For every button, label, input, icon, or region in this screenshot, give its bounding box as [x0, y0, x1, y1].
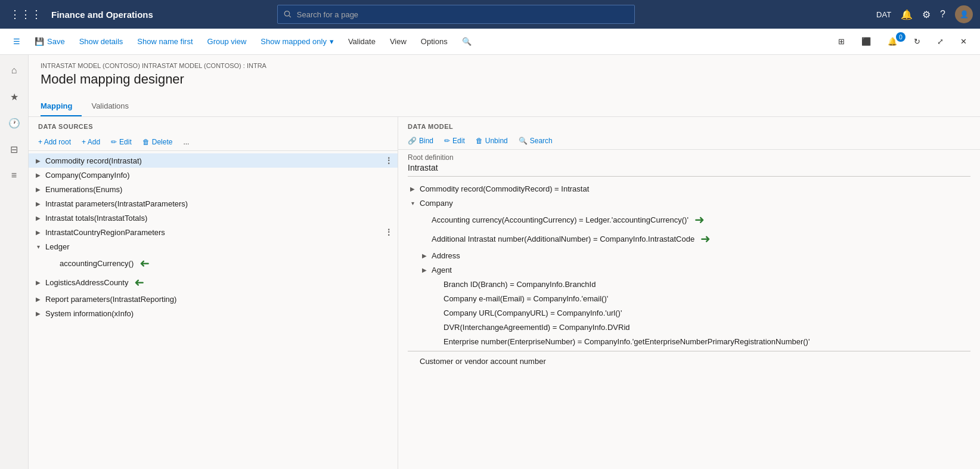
bind-button[interactable]: 🔗 Bind — [403, 135, 438, 147]
dm-item-accounting-currency[interactable]: Accounting currency(AccountingCurrency) … — [398, 210, 980, 229]
tree-item-commodity-record[interactable]: ▶ Commodity record(Intrastat) ⋮ — [29, 153, 398, 168]
tree-item-system-info[interactable]: ▶ System information(xInfo) — [29, 306, 398, 320]
sidebar-modules-icon[interactable]: ≡ — [4, 165, 25, 186]
edit-button[interactable]: ✏ Edit — [106, 136, 137, 148]
expand-icon[interactable]: ▶ — [33, 277, 43, 287]
dm-item-agent[interactable]: ▶ Agent — [398, 263, 980, 277]
dm-edit-button[interactable]: ✏ Edit — [439, 135, 470, 147]
delete-button[interactable]: 🗑 Delete — [138, 136, 178, 148]
expand-icon[interactable]: ▶ — [33, 170, 43, 180]
close-button[interactable]: ✕ — [954, 35, 973, 48]
root-definition-section: Root definition Intrastat — [398, 150, 980, 179]
refresh-button[interactable]: ↻ — [908, 35, 926, 48]
options-button[interactable]: Options — [415, 35, 454, 48]
popout-button[interactable]: ⤢ — [931, 35, 950, 48]
expand-icon — [432, 322, 441, 332]
expand-icon[interactable]: ▶ — [33, 308, 43, 318]
show-mapped-only-button[interactable]: Show mapped only ▾ — [255, 35, 340, 48]
app-title: Finance and Operations — [51, 10, 153, 20]
help-icon[interactable]: ? — [940, 9, 945, 20]
search-input[interactable] — [297, 10, 629, 19]
expand-icon — [432, 337, 441, 346]
root-definition-value: Intrastat — [408, 162, 970, 177]
expand-icon[interactable]: ▶ — [33, 227, 43, 237]
expand-icon[interactable]: ▶ — [420, 251, 429, 260]
dm-item-customer-vendor[interactable]: Customer or vendor account number — [398, 354, 980, 368]
waffle-menu-icon[interactable]: ⋮⋮⋮ — [7, 5, 44, 23]
tab-mapping[interactable]: Mapping — [41, 97, 82, 116]
dm-item-address[interactable]: ▶ Address — [398, 248, 980, 263]
dm-item-dvr[interactable]: DVR(InterchangeAgreementId) = CompanyInf… — [398, 320, 980, 334]
office-icon-button[interactable]: ⬛ — [855, 35, 877, 48]
view-button[interactable]: View — [384, 35, 413, 48]
datamodel-toolbar: 🔗 Bind ✏ Edit 🗑 Unbind 🔍 Search — [398, 132, 980, 150]
notification-wrapper: 🔔 0 — [882, 35, 903, 48]
arrow-indicator-right2: ➜ — [700, 232, 711, 246]
search-button[interactable]: 🔍 — [456, 35, 477, 48]
main-layout: ⌂ ★ 🕐 ⊟ ≡ INTRASTAT MODEL (CONTOSO) INTR… — [0, 55, 980, 469]
tree-item-ledger[interactable]: ▾ Ledger — [29, 239, 398, 254]
show-details-button[interactable]: Show details — [73, 35, 129, 48]
dm-item-additional-intrastat[interactable]: Additional Intrastat number(AdditionalNu… — [398, 229, 980, 248]
hamburger-icon: ☰ — [13, 37, 20, 46]
datasources-header: DATA SOURCES — [29, 117, 398, 134]
tree-item-intrastat-country[interactable]: ▶ IntrastatCountryRegionParameters ⋮ — [29, 225, 398, 239]
dm-item-branch[interactable]: Branch ID(Branch) = CompanyInfo.BranchId — [398, 277, 980, 291]
datamodel-header: DATA MODEL — [398, 117, 980, 132]
sidebar-workspaces-icon[interactable]: ⊟ — [4, 138, 25, 160]
hamburger-button[interactable]: ☰ — [7, 35, 26, 48]
expand-icon[interactable]: ▶ — [420, 265, 429, 274]
context-menu-icon[interactable]: ⋮ — [384, 227, 393, 237]
expand-icon[interactable]: ▶ — [33, 213, 43, 223]
sidebar-favorites-icon[interactable]: ★ — [4, 86, 25, 107]
connections-icon-button[interactable]: ⊞ — [832, 35, 851, 48]
dm-item-enterprise-number[interactable]: Enterprise number(EnterpriseNumber) = Co… — [398, 334, 980, 348]
tree-item-report-params[interactable]: ▶ Report parameters(IntrastatReporting) — [29, 292, 398, 306]
expand-icon[interactable]: ▶ — [33, 294, 43, 304]
dm-item-company-email[interactable]: Company e-mail(Email) = CompanyInfo.'ema… — [398, 291, 980, 306]
sidebar-home-icon[interactable]: ⌂ — [4, 60, 25, 81]
add-button[interactable]: + Add — [77, 136, 105, 148]
page-title: Model mapping designer — [41, 72, 968, 87]
tree-item-accounting-currency[interactable]: accountingCurrency() ➜ — [29, 254, 398, 273]
expand-icon[interactable]: ▶ — [33, 156, 43, 165]
tree-item-enumerations[interactable]: ▶ Enumerations(Enums) — [29, 182, 398, 196]
expand-icon[interactable]: ▶ — [408, 184, 417, 193]
left-pane-datasources: DATA SOURCES + Add root + Add ✏ Edit 🗑 D… — [29, 117, 398, 469]
content-area: INTRASTAT MODEL (CONTOSO) INTRASTAT MODE… — [29, 55, 980, 469]
search-icon: 🔍 — [462, 37, 472, 46]
dm-item-commodity[interactable]: ▶ Commodity record(CommodityRecord) = In… — [398, 181, 980, 196]
svg-line-1 — [289, 16, 291, 17]
expand-icon[interactable]: ▶ — [33, 184, 43, 194]
expand-icon[interactable]: ▾ — [33, 242, 43, 251]
more-button[interactable]: ... — [178, 136, 194, 148]
validate-button[interactable]: Validate — [342, 35, 382, 48]
tab-validations[interactable]: Validations — [91, 97, 138, 116]
expand-icon[interactable]: ▶ — [33, 199, 43, 208]
tree-item-intrastat-totals[interactable]: ▶ Intrastat totals(IntrastatTotals) — [29, 211, 398, 225]
show-name-first-button[interactable]: Show name first — [131, 35, 199, 48]
global-search[interactable] — [277, 5, 635, 24]
dm-item-company[interactable]: ▾ Company — [398, 196, 980, 210]
user-avatar[interactable]: 👤 — [955, 5, 973, 23]
edit-icon: ✏ — [444, 137, 450, 145]
sidebar-recent-icon[interactable]: 🕐 — [4, 112, 25, 134]
expand-icon[interactable]: ▾ — [408, 198, 417, 208]
tree-item-logistics[interactable]: ▶ LogisticsAddressCounty ➜ — [29, 273, 398, 292]
svg-point-0 — [285, 11, 290, 16]
expand-icon — [420, 215, 429, 224]
dm-item-company-url[interactable]: Company URL(CompanyURL) = CompanyInfo.'u… — [398, 306, 980, 320]
unbind-button[interactable]: 🗑 Unbind — [471, 135, 513, 147]
add-root-button[interactable]: + Add root — [33, 136, 76, 148]
group-view-button[interactable]: Group view — [201, 35, 253, 48]
datasources-tree: ▶ Commodity record(Intrastat) ⋮ ▶ Compan… — [29, 151, 398, 469]
root-definition-label: Root definition — [408, 153, 970, 162]
save-button[interactable]: 💾 Save — [29, 35, 71, 48]
notification-icon[interactable]: 🔔 — [901, 9, 913, 20]
arrow-indicator-left: ➜ — [139, 256, 150, 270]
settings-icon[interactable]: ⚙ — [922, 9, 931, 20]
dm-search-button[interactable]: 🔍 Search — [514, 135, 557, 147]
tree-item-intrastat-parameters[interactable]: ▶ Intrastat parameters(IntrastatParamete… — [29, 196, 398, 211]
tree-item-company[interactable]: ▶ Company(CompanyInfo) — [29, 168, 398, 182]
context-menu-icon[interactable]: ⋮ — [384, 156, 393, 165]
